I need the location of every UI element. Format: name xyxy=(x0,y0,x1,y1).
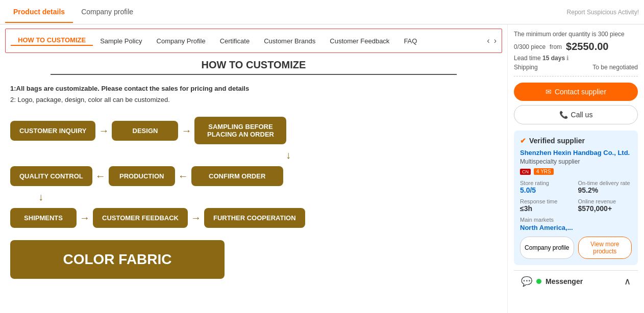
flag-row: CN 4 YRS xyxy=(520,168,632,175)
messenger-left: 💬 Messenger xyxy=(521,276,583,287)
description-text: 1:All bags are customizable. Please cont… xyxy=(0,78,507,111)
email-icon: ✉ xyxy=(546,88,552,96)
messenger-bar[interactable]: 💬 Messenger ∧ xyxy=(514,270,638,292)
supplier-type: Multispecialty supplier xyxy=(520,158,632,165)
online-revenue-item: Online revenue $570,000+ xyxy=(578,198,632,213)
nav-arrow-right[interactable]: › xyxy=(494,36,497,45)
flow-arrow-5: → xyxy=(80,212,90,224)
desc-line1: 1:All bags are customizable. Please cont… xyxy=(10,83,497,94)
shipping-label: Shipping xyxy=(514,64,538,71)
from-label: from xyxy=(550,43,562,50)
verified-check-icon: ✔ xyxy=(520,137,526,145)
verified-supplier-card: ✔ Verified supplier Shenzhen Hexin Handb… xyxy=(514,131,638,265)
flow-down-1: ↓ xyxy=(10,148,497,162)
delivery-rate-item: On-time delivery rate 95.2% xyxy=(578,180,632,194)
messenger-label: Messenger xyxy=(546,277,583,285)
messenger-icon: 💬 xyxy=(521,276,532,287)
flow-row-3: SHIPMENTS → CUSTOMER FEEDBACK → FURTHER … xyxy=(10,208,497,228)
sidebar: The minimum order quantity is 300 piece … xyxy=(507,24,644,313)
nav-item-sample-policy[interactable]: Sample Policy xyxy=(93,37,149,45)
flow-box-sampling: SAMPLING BEFOREPLACING AN ORDER xyxy=(194,117,286,144)
shipping-value: To be negotiated xyxy=(592,64,638,71)
flow-box-customer-inquiry: CUSTOMER INQUIRY xyxy=(10,121,95,141)
shipping-row: Shipping To be negotiated xyxy=(514,64,638,76)
nav-arrows: ‹ › xyxy=(487,36,497,45)
contact-supplier-label: Contact supplier xyxy=(555,88,606,96)
flow-arrow-1: → xyxy=(98,125,109,137)
online-revenue-label: Online revenue xyxy=(578,198,632,204)
color-fabric-banner: COLOR FABRIC xyxy=(10,240,225,279)
view-more-products-button[interactable]: View more products xyxy=(578,237,632,259)
country-flag: CN xyxy=(520,169,531,175)
section-title: HOW TO CUSTOMIZE xyxy=(51,59,456,75)
supplier-name-link[interactable]: Shenzhen Hexin Handbag Co., Ltd. xyxy=(520,149,632,156)
store-rating-label: Store rating xyxy=(520,180,574,186)
response-time-label: Response time xyxy=(520,198,574,204)
min-order-info: The minimum order quantity is 300 piece xyxy=(514,31,638,38)
nav-item-customer-feedback[interactable]: Customer Feedback xyxy=(323,37,397,45)
desc-line2: 2: Logo, package, design, color all can … xyxy=(10,94,497,106)
verified-header: ✔ Verified supplier xyxy=(520,137,632,145)
markets-value[interactable]: North America,... xyxy=(520,224,632,231)
stats-grid: Store rating 5.0/5 On-time delivery rate… xyxy=(520,180,632,213)
years-badge: 4 YRS xyxy=(534,168,554,175)
nav-item-how-to-customize[interactable]: HOW TO CUSTOMIZE xyxy=(11,36,93,46)
lead-time-info-icon[interactable]: ℹ xyxy=(566,55,569,62)
price-info: 0/300 piece from $2550.00 xyxy=(514,41,638,53)
flow-arrow-2: → xyxy=(181,125,191,137)
nav-item-faq[interactable]: FAQ xyxy=(397,37,424,45)
flow-box-shipments: SHIPMENTS xyxy=(10,208,77,228)
call-us-label: Call us xyxy=(571,111,593,119)
flow-arrow-down-2: ↓ xyxy=(38,191,43,203)
flow-arrow-3: ← xyxy=(95,170,106,182)
top-tabs-bar: Product details Company profile Report S… xyxy=(0,0,644,24)
delivery-rate-value: 95.2% xyxy=(578,186,632,194)
nav-item-customer-brands[interactable]: Customer Brands xyxy=(257,37,323,45)
delivery-rate-label: On-time delivery rate xyxy=(578,180,632,186)
report-link[interactable]: Report Suspicious Activity! xyxy=(567,9,639,16)
store-rating-value[interactable]: 5.0/5 xyxy=(520,186,574,194)
price-big: $2550.00 xyxy=(566,41,608,53)
lead-time: Lead time 15 days ℹ xyxy=(514,55,638,62)
verified-label: Verified supplier xyxy=(529,137,585,145)
nav-arrow-left[interactable]: ‹ xyxy=(487,36,489,45)
phone-icon: 📞 xyxy=(559,111,568,119)
flow-row-1: CUSTOMER INQUIRY → DESIGN → SAMPLING BEF… xyxy=(10,117,497,144)
flow-arrow-6: → xyxy=(191,212,201,224)
messenger-chevron-icon[interactable]: ∧ xyxy=(624,276,631,287)
markets-label: Main markets xyxy=(520,217,632,223)
nav-bar: HOW TO CUSTOMIZE Sample Policy Company P… xyxy=(5,29,502,53)
store-rating-item: Store rating 5.0/5 xyxy=(520,180,574,194)
flow-box-confirm-order: CONFIRM ORDER xyxy=(191,166,283,186)
nav-item-certificate[interactable]: Certificate xyxy=(213,37,257,45)
flow-box-customer-feedback: CUSTOMER FEEDBACK xyxy=(93,208,188,228)
flow-box-quality-control: QUALITY CONTROL xyxy=(10,166,92,186)
tab-product-details[interactable]: Product details xyxy=(5,2,73,23)
content-area: HOW TO CUSTOMIZE Sample Policy Company P… xyxy=(0,24,507,313)
nav-item-company-profile[interactable]: Company Profile xyxy=(150,37,213,45)
flow-diagram: CUSTOMER INQUIRY → DESIGN → SAMPLING BEF… xyxy=(0,111,507,234)
online-revenue-value: $570,000+ xyxy=(578,204,632,213)
flow-box-design: DESIGN xyxy=(112,121,178,141)
flow-row-2: QUALITY CONTROL ← PRODUCTION ← CONFIRM O… xyxy=(10,166,497,186)
flow-down-2: ↓ xyxy=(10,190,497,204)
card-actions: Company profile View more products xyxy=(520,237,632,259)
pieces-info: 0/300 piece xyxy=(514,43,546,50)
flow-box-further-cooperation: FURTHER COOPERATION xyxy=(204,208,305,228)
flow-box-production: PRODUCTION xyxy=(109,166,175,186)
company-profile-button[interactable]: Company profile xyxy=(520,237,574,259)
contact-supplier-button[interactable]: ✉ Contact supplier xyxy=(514,83,638,101)
response-time-item: Response time ≤3h xyxy=(520,198,574,213)
flow-arrow-4: ← xyxy=(178,170,188,182)
response-time-value: ≤3h xyxy=(520,204,574,213)
call-us-button[interactable]: 📞 Call us xyxy=(514,105,638,124)
main-area: HOW TO CUSTOMIZE Sample Policy Company P… xyxy=(0,24,644,313)
flow-arrow-down-1: ↓ xyxy=(286,149,291,161)
tab-company-profile[interactable]: Company profile xyxy=(73,2,141,23)
messenger-dot xyxy=(536,279,541,284)
